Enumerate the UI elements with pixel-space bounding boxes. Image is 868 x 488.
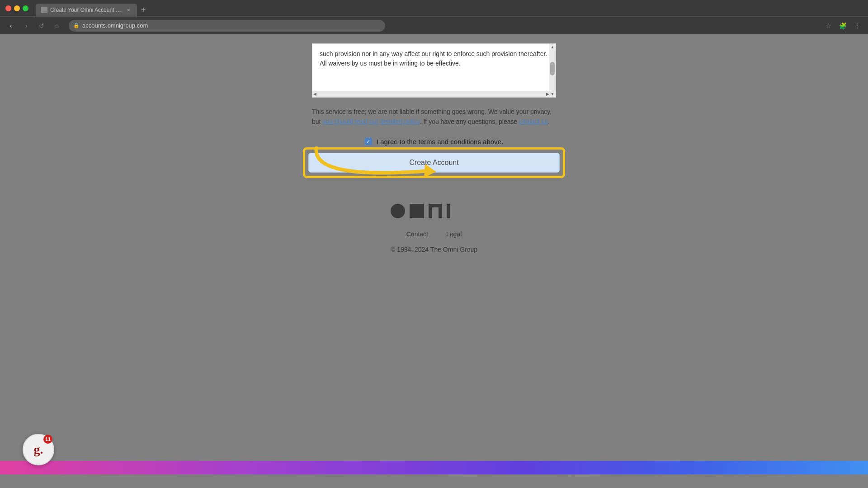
legal-footer-link[interactable]: Legal — [446, 230, 462, 238]
privacy-text-between: . If you have any questions, please — [420, 118, 519, 125]
scrollbar-thumb[interactable] — [550, 62, 555, 75]
tab-bar: Create Your Omni Account - The O ✕ + — [36, 0, 863, 16]
privacy-text-after: . — [548, 118, 550, 125]
forward-button[interactable]: › — [20, 19, 33, 32]
footer-links: Contact Legal — [406, 230, 462, 238]
maximize-button[interactable] — [23, 5, 28, 11]
traffic-lights — [5, 5, 28, 11]
bookmark-icon[interactable]: ☆ — [822, 19, 835, 32]
gradient-bar — [0, 461, 868, 474]
scroll-up-arrow[interactable]: ▲ — [549, 44, 556, 50]
scroll-down-arrow[interactable]: ▼ — [549, 91, 556, 97]
omni-logo-svg — [389, 200, 479, 222]
back-button[interactable]: ‹ — [5, 19, 17, 32]
nav-right-actions: ☆ 🧩 ⋮ — [822, 19, 863, 32]
omni-logo — [389, 200, 479, 222]
agreement-label: I agree to the terms and conditions abov… — [377, 138, 503, 145]
contact-us-link[interactable]: contact us — [519, 118, 548, 125]
svg-rect-3 — [429, 204, 432, 218]
browser-chrome: Create Your Omni Account - The O ✕ + — [0, 0, 868, 16]
home-button[interactable]: ⌂ — [51, 19, 63, 32]
new-tab-button[interactable]: + — [137, 4, 150, 16]
privacy-policy-link[interactable]: you should read our detailed policy — [322, 118, 420, 125]
agreement-row: ✓ I agree to the terms and conditions ab… — [312, 138, 556, 145]
tab-favicon — [41, 7, 47, 13]
horizontal-scrollbar[interactable]: ◀ ▶ — [312, 91, 550, 97]
svg-rect-6 — [447, 204, 450, 218]
footer: Contact Legal © 1994–2024 The Omni Group — [0, 200, 868, 253]
footer-copyright: © 1994–2024 The Omni Group — [391, 246, 477, 253]
svg-rect-5 — [439, 204, 442, 218]
create-account-button[interactable]: Create Account — [308, 153, 560, 173]
extensions-icon[interactable]: 🧩 — [836, 19, 849, 32]
page-content: such provision nor in any way affect our… — [0, 34, 868, 474]
notification-badge[interactable]: g. 11 — [23, 434, 54, 465]
address-text: accounts.omnigroup.com — [82, 22, 148, 29]
content-area: such provision nor in any way affect our… — [0, 34, 868, 474]
close-button[interactable] — [5, 5, 11, 11]
vertical-scrollbar[interactable]: ▲ ▼ — [549, 44, 556, 97]
privacy-section: This service is free; we are not liable … — [312, 107, 556, 127]
hscroll-left-arrow[interactable]: ◀ — [312, 92, 317, 96]
terms-scroll-box[interactable]: such provision nor in any way affect our… — [312, 43, 556, 98]
badge-count: 11 — [43, 435, 52, 444]
tab-title: Create Your Omni Account - The O — [50, 7, 123, 13]
create-account-area: Create Account — [276, 153, 592, 173]
lock-icon: 🔒 — [73, 23, 80, 28]
tab-close-icon[interactable]: ✕ — [125, 7, 132, 13]
badge-text: g. — [34, 442, 43, 457]
active-tab[interactable]: Create Your Omni Account - The O ✕ — [36, 4, 137, 16]
contact-footer-link[interactable]: Contact — [406, 230, 428, 238]
agreement-checkbox[interactable]: ✓ — [365, 138, 372, 145]
terms-text: such provision nor in any way affect our… — [312, 44, 556, 74]
reload-button[interactable]: ↺ — [35, 19, 48, 32]
address-bar[interactable]: 🔒 accounts.omnigroup.com — [69, 20, 385, 32]
menu-icon[interactable]: ⋮ — [851, 19, 863, 32]
navigation-bar: ‹ › ↺ ⌂ 🔒 accounts.omnigroup.com ☆ 🧩 ⋮ — [0, 16, 868, 34]
minimize-button[interactable] — [14, 5, 20, 11]
svg-rect-2 — [410, 204, 424, 218]
svg-point-1 — [391, 204, 405, 218]
